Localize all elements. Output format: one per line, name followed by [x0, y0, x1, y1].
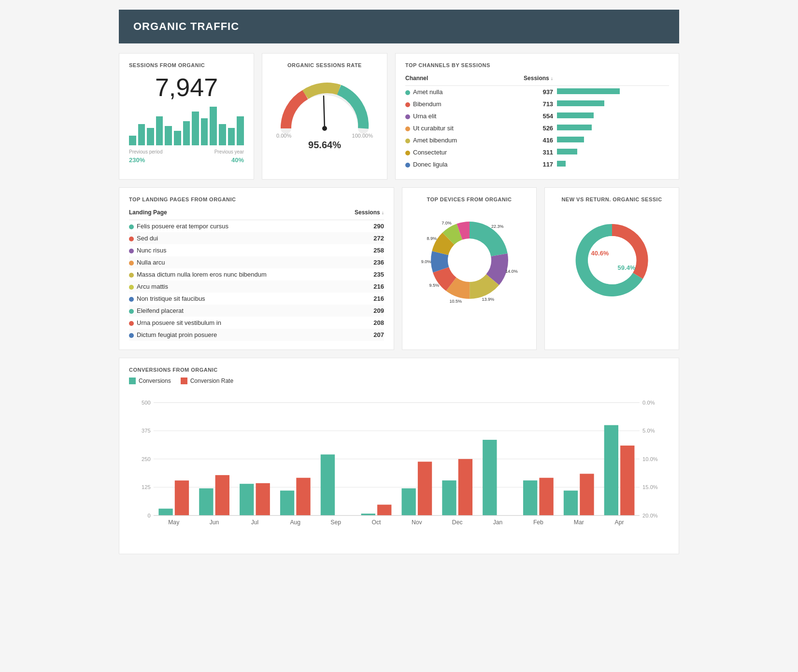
channel-row: Consectetur 311	[405, 146, 669, 158]
svg-line-0	[324, 96, 325, 128]
month-label: May	[168, 519, 180, 526]
new-vs-return-donut: 40.6% 59.4%	[559, 207, 665, 313]
y-label-right: 10.0%	[642, 456, 658, 462]
conversions-title: CONVERSIONS FROM ORGANIC	[129, 367, 669, 373]
device-label: 9.5%	[429, 283, 439, 288]
channel-bar-cell	[557, 146, 669, 158]
devices-card: TOP DEVICES FROM ORGANIC 22.3%14.0%13.9%…	[402, 187, 537, 350]
landing-row: Nulla arcu 236	[129, 256, 384, 268]
landing-page-name: Nulla arcu	[129, 256, 339, 268]
landing-card: TOP LANDING PAGES FROM ORGANIC Landing P…	[119, 187, 394, 350]
conversion-bar	[442, 480, 456, 515]
landing-sessions: 258	[339, 244, 384, 256]
landing-sessions: 290	[339, 220, 384, 233]
sessions-col-header: Sessions ↓	[498, 73, 557, 86]
mid-row: TOP LANDING PAGES FROM ORGANIC Landing P…	[119, 187, 679, 350]
channel-name: Ut curabitur sit	[405, 122, 498, 134]
landing-page-name: Urna posuere sit vestibulum in	[129, 317, 339, 329]
svg-point-2	[588, 236, 636, 284]
landing-row: Urna posuere sit vestibulum in 208	[129, 317, 384, 329]
rate-bar	[296, 478, 310, 516]
y-label-left: 125	[142, 484, 151, 490]
channel-sessions: 713	[498, 98, 557, 110]
channel-bar-cell	[557, 122, 669, 134]
channel-name: Donec ligula	[405, 158, 498, 170]
month-label: Feb	[533, 519, 543, 526]
month-label: Sep	[330, 519, 341, 526]
landing-page-name: Sed dui	[129, 232, 339, 244]
conversion-bar	[604, 425, 618, 516]
device-label: 14.0%	[505, 269, 518, 274]
landing-sessions: 208	[339, 317, 384, 329]
channel-row: Amet nulla 937	[405, 86, 669, 98]
sessions-mini-chart	[129, 107, 244, 145]
rate-bar	[580, 474, 594, 515]
channel-name: Bibendum	[405, 98, 498, 110]
gauge-svg	[276, 78, 373, 136]
landing-sessions: 216	[339, 293, 384, 305]
conversions-legend-box	[129, 378, 136, 384]
y-label-left: 250	[142, 456, 151, 462]
devices-card-title: TOP DEVICES FROM ORGANIC	[427, 196, 512, 202]
rate-legend-label: Conversion Rate	[190, 378, 233, 384]
channel-sessions: 554	[498, 110, 557, 122]
new-vs-return-card: NEW VS RETURN. ORGANIC SESSIC 40.6% 59.4…	[544, 187, 679, 350]
sort-arrow: ↓	[551, 76, 553, 81]
channel-sessions: 937	[498, 86, 557, 98]
channel-bar-cell	[557, 86, 669, 98]
channel-sessions: 416	[498, 134, 557, 146]
channels-card: TOP CHANNELS BY SESSIONS Channel Session…	[395, 53, 679, 180]
landing-page-name: Nunc risus	[129, 244, 339, 256]
gauge-value: 95.64%	[308, 140, 341, 151]
month-label: Mar	[574, 519, 584, 526]
landing-sessions-col: Sessions ↓	[339, 207, 384, 220]
gauge-card: ORGANIC SESSIONS RATE 0.00%	[262, 53, 387, 180]
conversion-bar	[564, 490, 578, 515]
legend-conversions: Conversions	[129, 378, 171, 384]
landing-page-name: Arcu mattis	[129, 280, 339, 293]
device-label: 13.9%	[482, 297, 494, 302]
month-label: Oct	[372, 519, 382, 526]
conversion-bar	[321, 454, 335, 515]
channel-row: Ut curabitur sit 526	[405, 122, 669, 134]
landing-row: Eleifend placerat 209	[129, 305, 384, 317]
landing-page-name: Massa dictum nulla lorem eros nunc biben…	[129, 268, 339, 280]
landing-sessions: 236	[339, 256, 384, 268]
landing-sessions: 272	[339, 232, 384, 244]
conversions-legend-label: Conversions	[139, 378, 171, 384]
landing-page-name: Non tristique sit faucibus	[129, 293, 339, 305]
rate-bar	[256, 483, 270, 516]
conversion-bar	[523, 480, 537, 515]
sessions-number: 7,947	[129, 73, 244, 102]
y-label-left: 375	[142, 428, 151, 434]
channel-name: Amet nulla	[405, 86, 498, 98]
svg-text:40.6%: 40.6%	[591, 250, 609, 257]
channel-row: Bibendum 713	[405, 98, 669, 110]
header-bar: ORGANIC TRAFFIC	[119, 10, 679, 43]
landing-page-name: Dictum feugiat proin posuere	[129, 329, 339, 341]
device-label: 10.5%	[449, 299, 462, 304]
channel-bar-cell	[557, 134, 669, 146]
conversion-bar	[483, 440, 497, 516]
channel-bar-cell	[557, 110, 669, 122]
sessions-card: SESSIONS FROM ORGANIC 7,947 Previous per…	[119, 53, 254, 180]
channel-bar-cell	[557, 158, 669, 170]
channel-sessions: 311	[498, 146, 557, 158]
device-label: 22.3%	[491, 224, 504, 229]
rate-legend-box	[181, 378, 187, 384]
page-title: ORGANIC TRAFFIC	[133, 20, 665, 33]
conversions-chart-wrapper: 020.0%12515.0%25010.0%3755.0%5000.0%MayJ…	[129, 389, 669, 545]
rate-bar	[620, 446, 634, 516]
conversion-bar	[280, 490, 294, 515]
device-label: 9.0%	[421, 259, 431, 264]
rate-bar	[539, 478, 553, 516]
devices-donut: 22.3%14.0%13.9%10.5%9.5%9.0%8.9%7.0%	[416, 207, 523, 313]
rate-bar	[458, 459, 472, 516]
prev-period-pct: 230%	[129, 156, 145, 164]
rate-bar	[175, 480, 189, 515]
top-row: SESSIONS FROM ORGANIC 7,947 Previous per…	[119, 53, 679, 180]
landing-page-name: Felis posuere erat tempor cursus	[129, 220, 339, 233]
y-label-left: 500	[142, 400, 151, 406]
landing-row: Nunc risus 258	[129, 244, 384, 256]
month-label: Jan	[493, 519, 503, 526]
